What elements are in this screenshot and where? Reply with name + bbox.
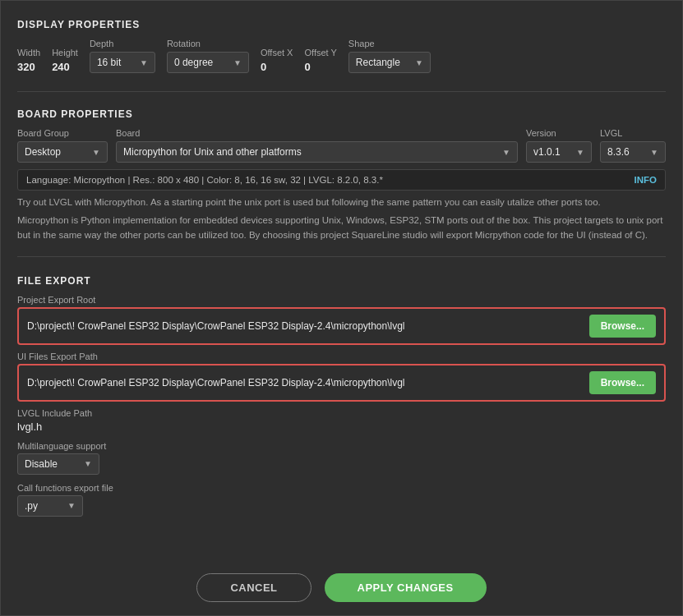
multilang-value: Disable: [25, 458, 58, 470]
offset-y-label: Offset Y: [304, 48, 336, 57]
lvgl-path-section: LVGL Include Path lvgl.h: [17, 408, 666, 433]
file-export-title: FILE EXPORT: [17, 275, 666, 287]
offset-x-label: Offset X: [261, 48, 293, 57]
multilang-label: Multilanguage support: [17, 441, 666, 451]
ui-files-path: D:\project\! CrowPanel ESP32 Display\Cro…: [27, 377, 405, 388]
offset-x-value: 0: [261, 61, 293, 73]
rotation-arrow-icon: ▼: [233, 58, 242, 67]
project-export-path: D:\project\! CrowPanel ESP32 Display\Cro…: [27, 320, 405, 332]
lvgl-select[interactable]: 8.3.6 ▼: [600, 141, 666, 163]
depth-select[interactable]: 16 bit ▼: [90, 52, 155, 73]
rotation-select-value: 0 degree: [174, 57, 213, 68]
board-group-select[interactable]: Desktop ▼: [17, 141, 108, 163]
multilang-select[interactable]: Disable ▼: [17, 453, 99, 475]
depth-label: Depth: [90, 39, 155, 48]
call-functions-label: Call functions export file: [17, 483, 666, 493]
shape-field: Shape Rectangle ▼: [348, 39, 431, 73]
depth-arrow-icon: ▼: [140, 58, 148, 67]
board-arrow-icon: ▼: [502, 148, 510, 157]
shape-select-value: Rectangle: [356, 57, 400, 68]
info-link[interactable]: INFO: [635, 175, 657, 185]
board-value: Micropython for Unix and other platforms: [123, 146, 302, 158]
rotation-select[interactable]: 0 degree ▼: [167, 52, 249, 73]
project-settings-dialog: DISPLAY PROPERTIES Width 320 Height 240 …: [0, 0, 683, 616]
lvgl-value: 8.3.6: [607, 146, 630, 158]
version-field: Version v1.0.1 ▼: [526, 128, 592, 163]
lvgl-include-label: LVGL Include Path: [17, 408, 666, 418]
multilang-section: Multilanguage support Disable ▼: [17, 441, 666, 483]
board-group-value: Desktop: [25, 146, 61, 158]
file-export-section: FILE EXPORT Project Export Root D:\proje…: [17, 272, 666, 517]
board-description1: Try out LVGL with Micropython. As a star…: [17, 195, 666, 209]
multilang-arrow-icon: ▼: [84, 459, 92, 468]
width-value: 320: [17, 61, 40, 73]
shape-label: Shape: [348, 39, 431, 48]
lvgl-include-value: lvgl.h: [17, 421, 666, 433]
call-functions-select[interactable]: .py ▼: [17, 495, 83, 517]
board-properties-title: BOARD PROPERTIES: [17, 108, 666, 120]
display-properties-title: DISPLAY PROPERTIES: [17, 19, 666, 30]
lvgl-field: LVGL 8.3.6 ▼: [600, 128, 666, 163]
width-label: Width: [17, 48, 40, 57]
board-select[interactable]: Micropython for Unix and other platforms…: [116, 141, 518, 163]
call-functions-value: .py: [25, 500, 38, 512]
height-field: Height 240: [52, 48, 78, 73]
version-arrow-icon: ▼: [576, 148, 584, 157]
depth-field: Depth 16 bit ▼: [90, 39, 155, 73]
board-properties-section: BOARD PROPERTIES Board Group Desktop ▼ B…: [17, 105, 666, 246]
offset-x-field: Offset X 0: [261, 48, 293, 73]
depth-select-value: 16 bit: [97, 57, 121, 68]
info-bar: Language: Micropython | Res.: 800 x 480 …: [17, 169, 666, 191]
board-description2: Micropython is Python implementation for…: [17, 214, 666, 242]
version-value: v1.0.1: [533, 146, 561, 158]
height-label: Height: [52, 48, 78, 57]
version-select[interactable]: v1.0.1 ▼: [526, 141, 592, 163]
project-export-label: Project Export Root: [17, 295, 666, 305]
dialog-buttons: CANCEL APPLY CHANGES: [17, 559, 666, 602]
lvgl-arrow-icon: ▼: [650, 148, 658, 157]
project-export-path-box: D:\project\! CrowPanel ESP32 Display\Cro…: [17, 307, 666, 345]
shape-select[interactable]: Rectangle ▼: [348, 52, 431, 73]
call-functions-section: Call functions export file .py ▼: [17, 483, 666, 517]
ui-browse-button[interactable]: Browse...: [589, 371, 656, 394]
display-properties-section: DISPLAY PROPERTIES Width 320 Height 240 …: [17, 16, 666, 81]
board-field: Board Micropython for Unix and other pla…: [116, 128, 518, 163]
width-field: Width 320: [17, 48, 40, 73]
shape-arrow-icon: ▼: [415, 58, 423, 67]
board-group-field: Board Group Desktop ▼: [17, 128, 108, 163]
cancel-button[interactable]: CANCEL: [196, 573, 311, 602]
lvgl-label: LVGL: [600, 128, 666, 138]
project-browse-button[interactable]: Browse...: [589, 315, 656, 338]
version-label: Version: [526, 128, 592, 138]
info-bar-text: Language: Micropython | Res.: 800 x 480 …: [26, 175, 383, 185]
rotation-label: Rotation: [167, 39, 249, 48]
offset-y-field: Offset Y 0: [304, 48, 336, 73]
board-label: Board: [116, 128, 518, 138]
rotation-field: Rotation 0 degree ▼: [167, 39, 249, 73]
offset-y-value: 0: [304, 61, 336, 73]
board-group-label: Board Group: [17, 128, 108, 138]
call-functions-arrow-icon: ▼: [67, 501, 76, 510]
ui-files-label: UI Files Export Path: [17, 352, 666, 361]
apply-changes-button[interactable]: APPLY CHANGES: [325, 573, 487, 602]
ui-files-path-box: D:\project\! CrowPanel ESP32 Display\Cro…: [17, 364, 666, 402]
height-value: 240: [52, 61, 78, 73]
board-group-arrow-icon: ▼: [92, 148, 100, 157]
